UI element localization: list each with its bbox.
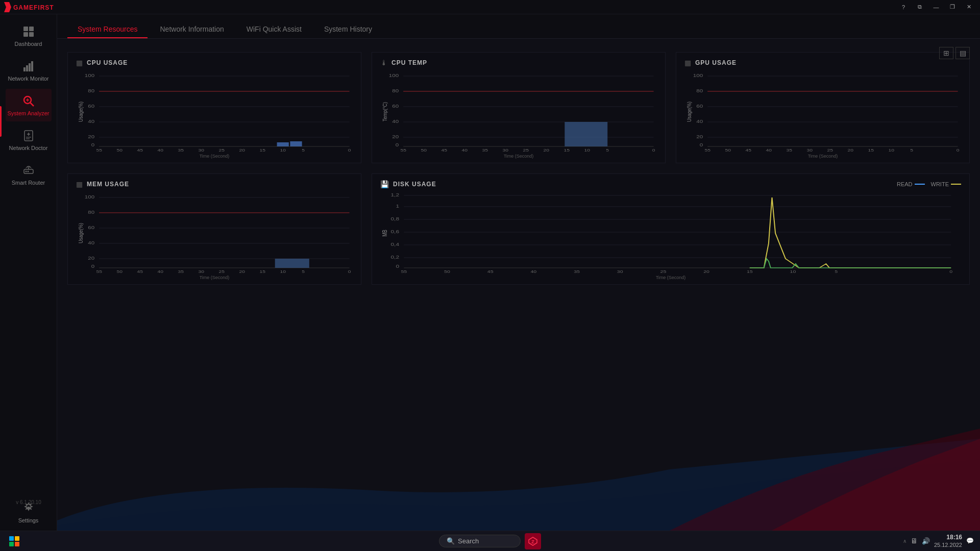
svg-text:0,8: 0,8 — [390, 216, 399, 221]
taskbar-notification-icon[interactable]: 💬 — [966, 537, 974, 544]
svg-text:45: 45 — [137, 269, 142, 274]
svg-text:Temp(°C): Temp(°C) — [382, 102, 388, 121]
svg-text:30: 30 — [198, 148, 204, 153]
mem-usage-xlabel: Time (Second) — [76, 275, 353, 280]
taskbar-center: 🔍 Search Z — [439, 533, 541, 549]
sidebar-label-smart-router: Smart Router — [12, 180, 45, 186]
svg-marker-0 — [4, 2, 11, 12]
svg-text:50: 50 — [116, 148, 122, 153]
dashboard-icon — [21, 24, 36, 39]
write-line — [951, 184, 961, 185]
cpu-usage-chart: 100 80 60 40 20 0 Usage(%) — [76, 71, 353, 153]
start-button[interactable] — [6, 533, 22, 549]
sidebar-item-smart-router[interactable]: Smart Router — [6, 158, 52, 191]
svg-text:50: 50 — [116, 269, 122, 274]
svg-text:40: 40 — [392, 119, 399, 124]
svg-text:20: 20 — [696, 134, 703, 139]
svg-text:45: 45 — [745, 148, 751, 153]
disk-usage-panel: 💾 DISK USAGE READ WRITE — [372, 173, 970, 285]
gpu-usage-header: ▦ GPU USAGE — [684, 59, 961, 67]
disk-usage-header: 💾 DISK USAGE READ WRITE — [380, 180, 961, 188]
list-view-button[interactable]: ▤ — [955, 47, 970, 59]
svg-text:35: 35 — [482, 148, 487, 153]
svg-text:40: 40 — [530, 269, 536, 274]
svg-text:80: 80 — [696, 88, 703, 93]
svg-rect-3 — [29, 27, 34, 31]
svg-text:0: 0 — [91, 142, 95, 147]
svg-text:45: 45 — [441, 148, 447, 153]
titlebar-left: GAMEFIRST VI — [0, 2, 55, 12]
svg-text:0: 0 — [700, 142, 703, 147]
svg-text:80: 80 — [392, 88, 399, 93]
svg-text:15: 15 — [259, 148, 265, 153]
svg-text:45: 45 — [137, 148, 142, 153]
view-toggle: ⊞ ▤ — [939, 47, 970, 59]
tab-system-history[interactable]: System History — [314, 20, 382, 38]
svg-text:60: 60 — [88, 104, 94, 109]
svg-text:40: 40 — [88, 119, 94, 124]
sidebar-item-network-doctor[interactable]: Network Doctor — [6, 123, 52, 156]
sidebar-item-network-monitor[interactable]: Network Monitor — [6, 54, 52, 87]
sidebar-item-system-analyzer[interactable]: System Analyzer — [6, 89, 52, 121]
svg-rect-131 — [275, 259, 309, 268]
close-button[interactable]: ✕ — [962, 2, 976, 13]
svg-text:5: 5 — [606, 148, 609, 153]
taskbar-chevron-icon[interactable]: ∧ — [903, 538, 906, 544]
taskbar-sound-icon[interactable]: 🔊 — [922, 537, 930, 545]
svg-text:0: 0 — [396, 142, 399, 147]
minimize-button[interactable]: — — [929, 2, 943, 13]
svg-text:0,4: 0,4 — [390, 241, 399, 246]
svg-text:5: 5 — [302, 148, 305, 153]
search-button[interactable]: 🔍 Search — [439, 535, 521, 547]
sidebar-item-dashboard[interactable]: Dashboard — [6, 19, 52, 52]
help-button[interactable]: ? — [896, 2, 911, 13]
main-content: System Resources Network Information WiF… — [57, 14, 980, 531]
rog-logo: GAMEFIRST VI — [4, 2, 55, 12]
cpu-temp-title: CPU TEMP — [391, 59, 427, 66]
titlebar: GAMEFIRST VI ? ⧉ — ❐ ✕ — [0, 0, 980, 14]
svg-rect-4 — [23, 32, 28, 37]
svg-text:0: 0 — [652, 148, 655, 153]
cpu-usage-title: CPU USAGE — [87, 59, 128, 66]
svg-rect-161 — [9, 542, 14, 546]
svg-text:0: 0 — [348, 269, 351, 274]
sidebar-label-system-analyzer: System Analyzer — [8, 110, 50, 116]
svg-rect-160 — [15, 536, 19, 541]
svg-text:35: 35 — [178, 148, 183, 153]
svg-rect-7 — [26, 65, 28, 71]
search-icon: 🔍 — [447, 537, 455, 545]
svg-rect-51 — [290, 141, 302, 146]
write-label: WRITE — [931, 181, 949, 187]
svg-text:100: 100 — [85, 73, 95, 78]
svg-text:25: 25 — [523, 148, 528, 153]
svg-text:15: 15 — [868, 148, 873, 153]
svg-text:10: 10 — [280, 148, 285, 153]
grid-view-button[interactable]: ⊞ — [939, 47, 953, 59]
pin-button[interactable]: ⧉ — [913, 2, 927, 13]
svg-text:30: 30 — [806, 148, 812, 153]
svg-text:50: 50 — [421, 148, 426, 153]
cpu-temp-icon: 🌡 — [380, 59, 387, 67]
taskbar-time[interactable]: 18:16 25.12.2022 — [934, 534, 962, 549]
svg-text:Usage(%): Usage(%) — [78, 102, 84, 122]
svg-text:35: 35 — [574, 269, 580, 274]
svg-text:50: 50 — [444, 269, 450, 274]
sidebar-label-dashboard: Dashboard — [15, 41, 42, 47]
maximize-button[interactable]: ❐ — [945, 2, 960, 13]
mem-icon: ▦ — [76, 180, 83, 188]
svg-text:40: 40 — [88, 240, 94, 245]
tab-system-resources[interactable]: System Resources — [67, 20, 148, 38]
tab-wifi-quick-assist[interactable]: WiFi Quick Assist — [236, 20, 312, 38]
disk-usage-xlabel: Time (Second) — [380, 275, 961, 280]
svg-text:35: 35 — [178, 269, 183, 274]
time-display: 18:16 — [934, 534, 962, 542]
taskbar-app-rog[interactable]: Z — [525, 533, 541, 549]
tabs-bar: System Resources Network Information WiF… — [57, 14, 980, 39]
network-doctor-icon — [21, 129, 36, 143]
cpu-usage-panel: ▦ CPU USAGE 100 80 60 40 20 0 Usage(%) — [67, 52, 361, 163]
svg-text:35: 35 — [786, 148, 792, 153]
gpu-usage-title: GPU USAGE — [695, 59, 737, 66]
svg-text:30: 30 — [198, 269, 204, 274]
search-label: Search — [458, 537, 479, 545]
tab-network-information[interactable]: Network Information — [150, 20, 234, 38]
